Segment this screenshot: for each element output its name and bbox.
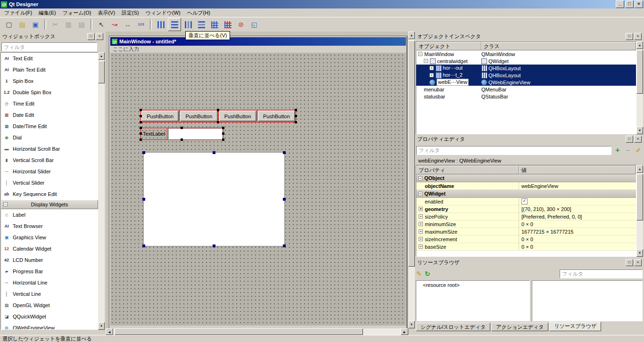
pushbutton-4[interactable]: PushButton (258, 111, 295, 122)
inspector-row-statusbar[interactable]: statusbarQStatusBar (416, 93, 636, 100)
selection-handle[interactable] (181, 127, 183, 129)
tab-signal-slot-editor[interactable]: シグナル/スロットエディタ (416, 323, 490, 331)
property-row-minimumsize[interactable]: +minimumSize0 × 0 (416, 220, 636, 228)
selection-handle[interactable] (217, 109, 219, 111)
tree-expander-icon[interactable]: − (418, 52, 422, 56)
new-form-button[interactable]: ▢ (3, 18, 15, 31)
property-expander-icon[interactable]: + (419, 214, 423, 219)
line-edit[interactable] (168, 128, 222, 139)
property-group-qwidget[interactable]: −QWidget (416, 190, 636, 198)
edit-widgets-button[interactable]: ↖ (95, 18, 107, 31)
resource-filter-input[interactable] (560, 269, 643, 278)
scroll-thumb[interactable] (636, 174, 643, 220)
property-row-geometry[interactable]: +geometry[(70, 210), 300 × 200] (416, 205, 636, 213)
inspector-row-webe-view[interactable]: webE⋯ViewQWebEngineView (416, 79, 636, 86)
open-form-button[interactable]: ▤ (16, 18, 28, 31)
title-bar[interactable]: Qt Qt Designer _ □ × (0, 0, 644, 8)
property-value-cell[interactable]: 0 × 0 (519, 243, 636, 251)
tree-expander-icon[interactable]: + (429, 66, 434, 70)
property-row-objectname[interactable]: objectNamewebEngineView (416, 182, 636, 190)
widget-label[interactable]: ◇Label (1, 209, 98, 220)
web-engine-view[interactable] (143, 152, 285, 246)
scroll-right-button[interactable]: ▶ (401, 328, 408, 335)
column-class[interactable]: クラス (481, 42, 636, 50)
scroll-up-button[interactable]: ▲ (636, 41, 643, 49)
inspector-row-menubar[interactable]: menubarQMenuBar (416, 86, 636, 93)
tree-expander-icon[interactable]: + (429, 73, 434, 77)
menu-window[interactable]: ウィンドウ(W) (142, 8, 184, 17)
property-editor-titlebar[interactable]: プロパティエディタ □ × (415, 134, 644, 144)
widget-spin-box[interactable]: 1Spin Box (1, 75, 98, 87)
reload-resources-button[interactable]: ↻ (425, 270, 430, 277)
object-inspector-float-button[interactable]: □ (626, 33, 633, 40)
column-property[interactable]: プロパティ (416, 166, 519, 174)
property-expander-icon[interactable]: + (419, 229, 423, 234)
object-inspector-scrollbar[interactable]: ▲▼ (636, 41, 643, 134)
form-canvas[interactable]: PushButtonPushButtonPushButtonPushButton… (110, 53, 406, 326)
property-editor-scrollbar[interactable]: ▲▼ (636, 165, 643, 257)
form-window[interactable]: Qt MainWindow - untitled* ここに入力 PushButt… (109, 36, 407, 335)
scroll-track[interactable] (408, 39, 415, 321)
selection-handle[interactable] (140, 121, 142, 123)
widget-box-titlebar[interactable]: ウィジェットボックス □ × (0, 32, 106, 41)
scroll-thumb[interactable] (408, 41, 415, 267)
scroll-down-button[interactable]: ▼ (408, 321, 415, 328)
selection-handle[interactable] (140, 109, 142, 111)
layout-horizontal-splitter-button[interactable] (182, 18, 194, 31)
widget-text-edit[interactable]: AIText Edit (1, 53, 98, 64)
enabled-checkbox[interactable]: ✓ (521, 198, 528, 204)
selection-handle[interactable] (222, 127, 224, 129)
widget-opengl-widget[interactable]: ▧OpenGL Widget (1, 300, 98, 311)
column-value[interactable]: 値 (519, 166, 636, 174)
scroll-down-button[interactable]: ▼ (98, 322, 105, 330)
object-inspector-titlebar[interactable]: オブジェクトインスペクタ □ × (415, 32, 644, 41)
property-row-sizeincrement[interactable]: +sizeIncrement0 × 0 (416, 236, 636, 243)
resource-browser-close-button[interactable]: × (634, 259, 642, 266)
selection-handle[interactable] (283, 151, 286, 154)
selection-handle[interactable] (140, 115, 142, 117)
widget-progress-bar[interactable]: ▰Progress Bar (1, 266, 98, 277)
menu-form[interactable]: フォーム(O) (59, 8, 95, 17)
layout-vertical-splitter-button[interactable] (195, 18, 207, 31)
layout-form-button[interactable] (222, 18, 234, 31)
selection-handle[interactable] (213, 244, 215, 247)
property-value-cell[interactable]: webEngineView (519, 182, 636, 190)
widget-plain-text-edit[interactable]: AIPlain Text Edit (1, 64, 98, 75)
scroll-thumb[interactable] (636, 50, 643, 94)
property-row-basesize[interactable]: +baseSize0 × 0 (416, 243, 636, 251)
selection-handle[interactable] (295, 109, 297, 111)
form-window-titlebar[interactable]: Qt MainWindow - untitled* (110, 37, 406, 46)
pushbutton-2[interactable]: PushButton (180, 111, 217, 122)
inspector-row-hor-out[interactable]: +hor⋯outQHBoxLayout (416, 65, 636, 72)
inspector-row-mainwindow[interactable]: −MainWindowQMainWindow (416, 50, 636, 57)
property-editor-float-button[interactable]: □ (626, 136, 633, 143)
selection-handle[interactable] (140, 132, 142, 135)
widget-text-browser[interactable]: AIText Browser (1, 220, 98, 232)
close-button[interactable]: × (635, 0, 643, 8)
cut-button[interactable]: ✂ (49, 18, 61, 31)
selection-handle[interactable] (217, 121, 219, 123)
layout-vertical-button[interactable] (168, 18, 181, 31)
category-display-widgets[interactable]: −Display Widgets (1, 200, 98, 209)
selection-handle[interactable] (140, 138, 142, 141)
selection-handle[interactable] (295, 121, 297, 123)
resource-browser-float-button[interactable]: □ (626, 259, 633, 266)
widget-dial[interactable]: ◉Dial (1, 132, 98, 143)
property-group-qobject[interactable]: −QObject (416, 174, 636, 182)
selection-handle[interactable] (283, 244, 286, 247)
edit-tab-order-button[interactable]: 123 (135, 18, 147, 31)
widget-calendar-widget[interactable]: 12Calendar Widget (1, 243, 98, 254)
property-row-maximumsize[interactable]: +maximumSize16777215 × 16777215 (416, 228, 636, 236)
scroll-track[interactable] (636, 49, 643, 127)
property-value-cell[interactable]: 0 × 0 (519, 236, 636, 243)
widget-vertical-scroll-bar[interactable]: ▮Vertical Scroll Bar (1, 155, 98, 166)
selection-handle[interactable] (295, 115, 297, 117)
property-row-enabled[interactable]: enabled✓ (416, 198, 636, 205)
group-expander-icon[interactable]: − (418, 176, 422, 180)
widget-lcd-number[interactable]: 42LCD Number (1, 254, 98, 266)
widget-qwebengineview[interactable]: ◍QWebEngineView (1, 322, 98, 330)
menu-settings[interactable]: 設定(S) (118, 8, 142, 17)
widget-box-scrollbar[interactable]: ▲▼ (98, 52, 105, 330)
edit-resources-button[interactable]: ✎ (416, 270, 422, 277)
widget-qquickwidget[interactable]: ◪QQuickWidget (1, 311, 98, 322)
